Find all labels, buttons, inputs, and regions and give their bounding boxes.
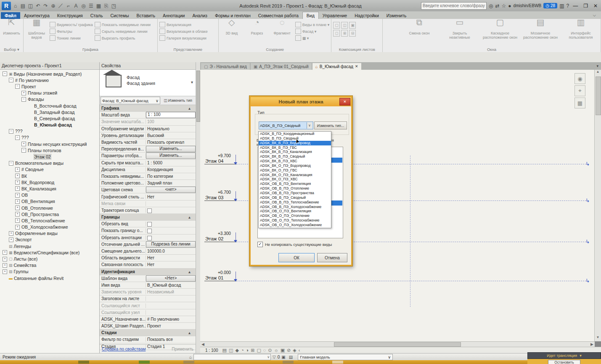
property-value[interactable] — [146, 228, 196, 233]
property-value[interactable]: 100000.0 — [146, 248, 196, 254]
ribbon-small-button[interactable]: Скрыть невидимые линии — [95, 29, 151, 34]
tree-expander-icon[interactable]: + — [3, 250, 7, 255]
dropdown-item[interactable]: ADSK_ВК_О_ПЭ_ГВС — [259, 168, 331, 173]
tree-item[interactable]: В_Восточный фасад — [0, 103, 99, 109]
property-value[interactable]: Независимый — [146, 289, 196, 295]
property-value[interactable]: Изменить... — [146, 153, 196, 159]
view-control-icon[interactable]: ◈ — [293, 348, 296, 353]
property-row[interactable]: ADSK_Штамп Раздел... Проект — [100, 323, 196, 330]
property-value[interactable]: ▴ — [187, 214, 196, 220]
qat-icon[interactable]: ⌂ — [12, 2, 19, 10]
create-small-button[interactable]: ▦ ▾ — [295, 35, 330, 41]
ribbon-small-button[interactable]: Показать невидимые линии — [95, 22, 151, 27]
horizontal-scrollbar[interactable]: ◀ ▶ — [200, 341, 595, 347]
view-control-icon[interactable]: ◆ — [235, 348, 238, 353]
property-row[interactable]: Видимость частей Показать оригинал — [100, 139, 196, 146]
view-control-icon[interactable]: ⊘ — [287, 348, 291, 353]
tree-expander-icon[interactable]: + — [3, 257, 7, 261]
navigation-icon[interactable]: ▦ — [575, 98, 585, 108]
sheet-tool-icon[interactable]: ◫ — [341, 22, 348, 29]
property-row[interactable]: Обрезать аннотации — [100, 235, 196, 241]
view-control-icon[interactable]: ◑ — [246, 348, 249, 353]
scroll-up-icon[interactable]: ▲ — [595, 70, 601, 76]
property-row[interactable]: Положение цветово... Задний план — [100, 180, 196, 187]
elevation-marker-icon[interactable]: ↳ — [585, 278, 590, 284]
tree-expander-icon[interactable]: + — [3, 263, 7, 268]
sheet-tool-icon[interactable]: ◻ — [333, 30, 340, 37]
tree-expander-icon[interactable]: − — [9, 78, 13, 82]
tree-expander-icon[interactable]: − — [21, 148, 26, 153]
cancel-button[interactable]: Отмена — [317, 253, 347, 262]
elevation-marker-icon[interactable]: ↳ — [585, 239, 590, 245]
qat-icon[interactable]: ⌐ — [65, 2, 72, 10]
qat-icon[interactable]: ◳ — [110, 2, 117, 10]
property-row[interactable]: Отсечение дальней ... Подрезка без линии — [100, 241, 196, 248]
qat-icon[interactable]: ↶ — [34, 2, 42, 10]
dialog-close-button[interactable]: ✕ — [339, 98, 350, 106]
property-row[interactable]: Фильтр по стадиям Показать все — [100, 336, 196, 343]
tree-expander-icon[interactable]: + — [15, 206, 20, 210]
ribbon-tab[interactable]: Надстройки — [351, 12, 383, 19]
instance-combo[interactable]: Фасад: В_Южный фасад∨ — [101, 97, 160, 104]
dropdown-item[interactable]: ADSK_ОВ_В_ПЭ_Пространства — [259, 191, 331, 195]
property-row[interactable]: Цветовая схема <нет> — [100, 187, 196, 193]
ribbon-tab[interactable]: Конструкция — [53, 12, 87, 19]
property-value[interactable]: 1 : 5000 — [146, 160, 196, 166]
project-browser-header[interactable]: Диспетчер проекта - Проект1 — [0, 62, 99, 70]
tree-expander-icon[interactable]: + — [15, 193, 20, 198]
dropdown-item[interactable]: ADSK_ВК_В_ПЭ_Сводный — [259, 154, 331, 159]
ribbon-small-button[interactable]: Визуализация — [159, 22, 208, 27]
scroll-left-icon[interactable]: ◀ — [201, 342, 204, 346]
close-button[interactable]: ✕ — [592, 3, 599, 9]
scale-button[interactable]: 1 : 100 — [205, 348, 218, 353]
property-row[interactable]: Имя вида В_Южный фасад — [100, 282, 196, 289]
property-value[interactable] — [146, 296, 196, 301]
view-control-icon[interactable]: ◫ — [229, 348, 233, 353]
tree-expander-icon[interactable]: + — [15, 199, 20, 204]
property-value[interactable]: <нет> — [146, 187, 196, 193]
property-value[interactable]: Показать все — [146, 337, 196, 342]
property-value[interactable]: 100 — [146, 119, 196, 124]
windows-button[interactable]: ▥Интерфейс пользователя — [563, 20, 599, 46]
qat-icon[interactable]: ⊕ — [50, 2, 57, 10]
chevron-down-icon[interactable]: ▾ — [191, 80, 193, 84]
tree-item[interactable]: + ОВ — [0, 192, 99, 198]
ribbon-small-button[interactable]: Визуализация в облаке — [159, 29, 208, 34]
tree-item[interactable]: + ▢ Листы (все) — [0, 256, 99, 262]
property-value[interactable] — [146, 235, 196, 240]
ribbon-tab[interactable]: Аннотации — [159, 12, 189, 19]
qat-icon[interactable]: ▤ — [19, 2, 26, 10]
tree-item[interactable]: + ВК_Водопровод — [0, 179, 99, 185]
elevation-marker-icon[interactable]: ↳ — [585, 198, 590, 203]
property-value[interactable]: Нет — [146, 194, 196, 200]
plan-type-combo[interactable]: ADSK_В_ПЭ_Сводный ∨ — [259, 121, 313, 129]
username[interactable]: dmishin/EBWB — [514, 3, 542, 8]
property-row[interactable]: Идентификация ▴ — [100, 269, 196, 275]
tree-item[interactable]: + ВК_Канализация — [0, 185, 99, 192]
tree-item[interactable]: + Планы несущих конструкций — [0, 141, 99, 147]
dropdown-item[interactable]: ADSK_ОВ_О_ПЭ_Отопление — [259, 214, 331, 218]
dropdown-item[interactable]: ADSK_ОВ_В_ПЭ_Теплоснабжение — [259, 200, 331, 205]
tree-expander-icon[interactable]: + — [15, 225, 20, 229]
filter-icon[interactable]: ▽ — [273, 355, 276, 359]
close-icon[interactable]: ✕ — [355, 64, 358, 69]
property-value[interactable]: ▴ — [187, 330, 196, 335]
qat-icon[interactable]: ◫ — [27, 2, 34, 10]
workset-combo[interactable]: ∨ — [193, 354, 271, 360]
tree-item[interactable]: + ▧ Семейства — [0, 262, 99, 269]
revit-logo-icon[interactable]: R — [2, 2, 11, 10]
checkbox-check-icon[interactable]: ✓ — [257, 242, 263, 247]
tree-expander-icon[interactable]: + — [9, 237, 13, 242]
tree-item[interactable]: + Экспорт — [0, 237, 99, 243]
scroll-down-icon[interactable]: ▼ — [595, 335, 601, 341]
dropdown-item[interactable]: ADSK_ОВ_В_ПЭ_Отопление — [259, 186, 331, 191]
sheet-tool-icon[interactable]: ⊟ — [349, 30, 356, 37]
ribbon-tab[interactable]: Системы — [106, 12, 132, 19]
tree-item[interactable]: − ▣ Виды (Назначение вида_Раздел) — [0, 71, 99, 77]
type-selector[interactable]: Фасад Фасад здания ▾ — [100, 70, 196, 96]
scroll-right-icon[interactable]: ▶ — [590, 342, 593, 346]
tree-item[interactable]: − ??? — [0, 135, 99, 141]
ribbon-small-button[interactable]: Тонкие линии — [50, 35, 93, 41]
view-tab[interactable]: ▢ Э - Начальный вид — [201, 63, 250, 70]
property-value[interactable]: Координация — [146, 167, 196, 172]
